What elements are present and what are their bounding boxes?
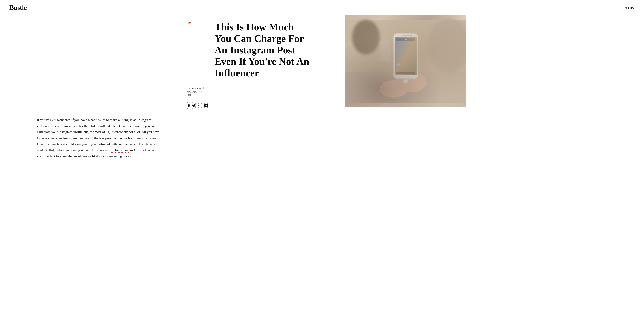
hero-illustration: HDR: [345, 15, 466, 107]
link-share-button[interactable]: [198, 102, 202, 109]
svg-point-8: [395, 72, 426, 92]
svg-rect-11: [410, 63, 413, 77]
social-share-bar: [187, 102, 204, 109]
email-share-button[interactable]: [204, 102, 208, 109]
svg-rect-9: [400, 65, 404, 79]
svg-point-2: [428, 18, 466, 73]
svg-point-18: [403, 79, 408, 84]
svg-rect-6: [406, 39, 418, 61]
svg-text:HDR: HDR: [404, 39, 407, 41]
svg-rect-3: [345, 72, 466, 103]
svg-rect-15: [395, 37, 416, 75]
author-label: By: [187, 87, 190, 90]
publish-date: November 11, 2017: [187, 91, 204, 96]
svg-point-1: [352, 20, 380, 54]
article-body: If you've ever wondered if you have what…: [31, 109, 169, 167]
facebook-share-button[interactable]: [187, 102, 190, 109]
svg-point-17: [410, 35, 412, 36]
movie-title: Ingrid Goes West: [134, 148, 158, 152]
email-icon: [204, 104, 208, 107]
svg-point-19: [404, 80, 408, 83]
body-text-mid2: in: [129, 148, 134, 152]
svg-rect-13: [394, 34, 418, 79]
author-name: Brandi Neal: [190, 87, 204, 90]
svg-rect-4: [380, 40, 390, 61]
svg-rect-0: [345, 20, 466, 103]
svg-point-7: [380, 80, 408, 98]
svg-point-23: [396, 63, 400, 66]
category-link[interactable]: Life: [187, 21, 191, 25]
svg-rect-14: [395, 37, 416, 75]
twitter-icon: [192, 104, 196, 107]
main-content: Life By Brandi Neal November 11, 2017: [178, 15, 466, 109]
svg-rect-10: [406, 61, 409, 77]
svg-rect-5: [394, 35, 402, 61]
author-date-block: By Brandi Neal November 11, 2017: [187, 86, 204, 96]
taylor-sloane-link[interactable]: Taylor Sloane: [110, 148, 129, 153]
facebook-icon: [187, 104, 190, 107]
svg-rect-20: [396, 38, 415, 41]
body-text-area: If you've ever wondered if you have what…: [0, 109, 644, 167]
article-title: This Is How Much You Can Charge For An I…: [214, 21, 311, 79]
site-header: Bustle MENU: [0, 0, 644, 15]
site-logo[interactable]: Bustle: [9, 3, 26, 11]
article-paragraph-1: If you've ever wondered if you have what…: [37, 117, 160, 160]
menu-button[interactable]: MENU: [625, 6, 635, 9]
hero-image: HDR: [345, 15, 466, 107]
svg-rect-12: [414, 66, 417, 79]
svg-rect-22: [396, 72, 415, 74]
body-left-spacer: [0, 109, 31, 167]
article-title-area: This Is How Much You Can Charge For An I…: [208, 15, 345, 109]
hero-image-container: HDR: [345, 15, 466, 109]
svg-rect-16: [402, 35, 409, 36]
left-sidebar: Life By Brandi Neal November 11, 2017: [178, 15, 208, 109]
twitter-share-button[interactable]: [192, 102, 196, 109]
link-icon: [198, 105, 202, 107]
